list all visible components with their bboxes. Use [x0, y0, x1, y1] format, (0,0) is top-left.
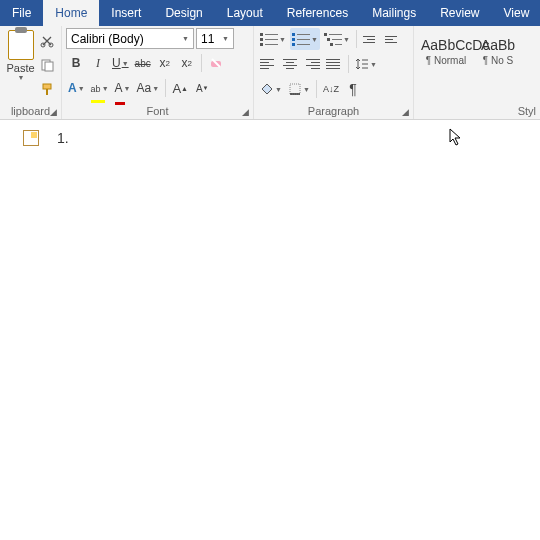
- tab-view[interactable]: View: [492, 0, 540, 26]
- style-sample: AaBb: [479, 37, 517, 53]
- tab-mailings[interactable]: Mailings: [360, 0, 428, 26]
- paste-label: Paste: [6, 62, 34, 74]
- tab-references[interactable]: References: [275, 0, 360, 26]
- style-name: ¶ No S: [479, 55, 517, 66]
- menu-tabs: File Home Insert Design Layout Reference…: [0, 0, 540, 26]
- document-area[interactable]: 1.: [0, 120, 540, 540]
- change-case-button[interactable]: Aa▼: [135, 77, 162, 99]
- tab-home[interactable]: Home: [43, 0, 99, 26]
- bold-button[interactable]: B: [66, 52, 86, 74]
- chevron-down-icon: ▼: [222, 35, 229, 42]
- cut-button[interactable]: [37, 30, 57, 52]
- justify-button[interactable]: [324, 53, 344, 75]
- grow-font-button[interactable]: A▲: [170, 77, 190, 99]
- chevron-down-icon: ▼: [18, 74, 25, 81]
- text-effects-button[interactable]: A▼: [66, 77, 87, 99]
- separator: [348, 55, 349, 73]
- format-painter-button[interactable]: [37, 78, 57, 100]
- group-styles: AaBbCcDc ¶ Normal AaBb ¶ No S Styl: [414, 26, 540, 119]
- paragraph-launcher[interactable]: ◢: [399, 106, 411, 118]
- group-paragraph: ▼ ▼ ▼ ▼ ▼ ▼ A↓Z ¶ P: [254, 26, 414, 119]
- numbering-button[interactable]: ▼: [290, 28, 320, 50]
- sort-button[interactable]: A↓Z: [321, 78, 341, 100]
- style-normal[interactable]: AaBbCcDc ¶ Normal: [418, 34, 474, 78]
- font-size-combo[interactable]: 11 ▼: [196, 28, 234, 49]
- shrink-font-button[interactable]: A▼: [192, 77, 212, 99]
- clipboard-launcher[interactable]: ◢: [47, 106, 59, 118]
- separator: [165, 79, 166, 97]
- font-group-label: Font: [66, 103, 249, 119]
- tab-file[interactable]: File: [0, 0, 43, 26]
- mouse-cursor-icon: [449, 128, 465, 148]
- copy-button[interactable]: [37, 54, 57, 76]
- paste-icon: [8, 30, 34, 60]
- chevron-down-icon: ▼: [182, 35, 189, 42]
- bullets-button[interactable]: ▼: [258, 28, 288, 50]
- styles-group-label: Styl: [418, 103, 536, 119]
- font-color-button[interactable]: A▼: [113, 77, 133, 99]
- show-marks-button[interactable]: ¶: [343, 78, 363, 100]
- subscript-button[interactable]: x2: [155, 52, 175, 74]
- tab-insert[interactable]: Insert: [99, 0, 153, 26]
- tab-review[interactable]: Review: [428, 0, 491, 26]
- decrease-indent-button[interactable]: [361, 28, 381, 50]
- font-name-combo[interactable]: Calibri (Body) ▼: [66, 28, 194, 49]
- align-center-button[interactable]: [280, 53, 300, 75]
- paste-button[interactable]: Paste ▼: [4, 28, 37, 81]
- paste-options-icon[interactable]: [23, 130, 39, 146]
- group-clipboard: Paste ▼ lipboard ◢: [0, 26, 62, 119]
- svg-rect-5: [46, 89, 48, 95]
- line-spacing-button[interactable]: ▼: [353, 53, 379, 75]
- style-sample: AaBbCcDc: [421, 37, 471, 53]
- font-name-value: Calibri (Body): [71, 32, 144, 46]
- font-size-value: 11: [201, 32, 214, 46]
- tab-layout[interactable]: Layout: [215, 0, 275, 26]
- separator: [316, 80, 317, 98]
- superscript-button[interactable]: x2: [177, 52, 197, 74]
- tab-design[interactable]: Design: [153, 0, 214, 26]
- clear-formatting-button[interactable]: [206, 52, 226, 74]
- style-name: ¶ Normal: [421, 55, 471, 66]
- ribbon: Paste ▼ lipboard ◢ Calibri (Body) ▼ 11 ▼: [0, 26, 540, 120]
- svg-rect-4: [43, 84, 51, 89]
- borders-button[interactable]: ▼: [286, 78, 312, 100]
- group-font: Calibri (Body) ▼ 11 ▼ B I U▼ abc x2 x2 A…: [62, 26, 254, 119]
- font-launcher[interactable]: ◢: [239, 106, 251, 118]
- multilevel-list-button[interactable]: ▼: [322, 28, 352, 50]
- align-left-button[interactable]: [258, 53, 278, 75]
- svg-rect-7: [290, 84, 300, 94]
- separator: [356, 30, 357, 48]
- italic-button[interactable]: I: [88, 52, 108, 74]
- paragraph-group-label: Paragraph: [258, 103, 409, 119]
- style-no-spacing[interactable]: AaBb ¶ No S: [476, 34, 520, 78]
- highlight-button[interactable]: ab▼: [89, 77, 111, 99]
- separator: [201, 54, 202, 72]
- strikethrough-button[interactable]: abc: [133, 52, 153, 74]
- increase-indent-button[interactable]: [383, 28, 403, 50]
- underline-button[interactable]: U▼: [110, 52, 131, 74]
- shading-button[interactable]: ▼: [258, 78, 284, 100]
- svg-rect-3: [45, 62, 53, 71]
- list-number: 1.: [57, 130, 69, 146]
- align-right-button[interactable]: [302, 53, 322, 75]
